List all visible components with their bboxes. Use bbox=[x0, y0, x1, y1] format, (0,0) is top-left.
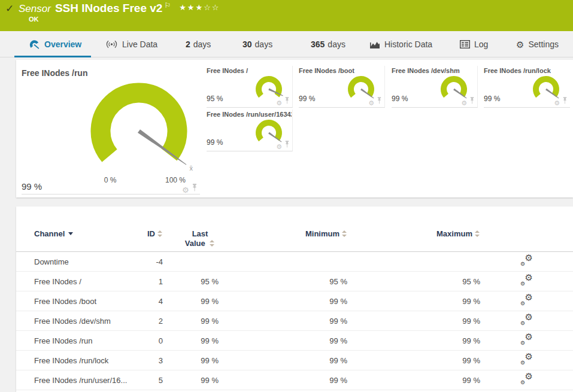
tab-live-data[interactable]: Live Data bbox=[105, 31, 157, 57]
channel-name-cell: Free INodes / bbox=[16, 277, 142, 286]
channel-row[interactable]: Free INodes /dev/shm299 %99 %99 %⚙⚙ bbox=[16, 311, 573, 331]
primary-gauge[interactable]: x̄ bbox=[82, 74, 202, 176]
channel-settings-gears-icon[interactable]: ⚙⚙ bbox=[520, 255, 533, 266]
channel-gauge-value: 99 % bbox=[484, 95, 500, 103]
channel-minimum-cell: 99 % bbox=[219, 336, 347, 345]
channel-gauge-value: 99 % bbox=[207, 138, 223, 147]
channel-maximum-cell: 99 % bbox=[347, 297, 480, 306]
table-header-row: Channel ID Last Value Minimum Maximum bbox=[16, 206, 573, 252]
channel-gauge-title: Free INodes /run/lock bbox=[484, 67, 569, 74]
channel-row[interactable]: Free INodes /run099 %99 %99 %⚙⚙ bbox=[16, 331, 573, 351]
column-header-id[interactable]: ID bbox=[142, 229, 163, 251]
priority-stars[interactable]: ★★★☆☆ bbox=[179, 3, 220, 12]
tab-bar: OverviewLive Data2days30days365daysHisto… bbox=[0, 31, 573, 57]
channel-gauge-title: Free INodes /boot bbox=[299, 67, 384, 74]
tab-range-number: 2 bbox=[186, 39, 190, 49]
gauge-settings-gear-icon[interactable]: ⚙ bbox=[182, 186, 189, 194]
tab-30-days[interactable]: 30days bbox=[242, 31, 272, 57]
channel-row[interactable]: Downtime-4⚙⚙ bbox=[16, 252, 573, 272]
channel-settings-gears-icon[interactable]: ⚙⚙ bbox=[520, 354, 533, 365]
channel-gauge-tile[interactable]: Free INodes /run/user/16342...99 %⚙ bbox=[207, 110, 293, 151]
channel-settings-gears-icon[interactable]: ⚙⚙ bbox=[520, 275, 533, 286]
channel-maximum-cell: 95 % bbox=[347, 277, 480, 286]
tab-label: Live Data bbox=[122, 39, 157, 49]
tab-historic-data[interactable]: Historic Data bbox=[369, 31, 432, 57]
channel-row[interactable]: Free INodes /195 %95 %95 %⚙⚙ bbox=[16, 272, 573, 291]
gauge-settings-gear-icon[interactable]: ⚙ bbox=[368, 100, 374, 107]
pin-icon[interactable] bbox=[377, 96, 382, 107]
channel-name-cell: Free INodes /run/user/16... bbox=[16, 376, 142, 385]
gauge-scale-min: 0 % bbox=[97, 176, 123, 184]
channel-id-cell: -4 bbox=[142, 257, 163, 266]
channel-row[interactable]: Free INodes /boot499 %99 %99 %⚙⚙ bbox=[16, 291, 573, 311]
pin-icon[interactable] bbox=[469, 96, 475, 107]
gauges-panel: Free INodes /run x̄ 0 % 100 % 99 % ⚙ Fre… bbox=[16, 60, 573, 197]
channel-last-value-cell: 99 % bbox=[163, 376, 219, 385]
area-chart-icon bbox=[369, 40, 380, 49]
tab-2-days[interactable]: 2days bbox=[186, 31, 211, 57]
channel-id-cell: 1 bbox=[142, 277, 163, 286]
channel-gauge-tile[interactable]: Free INodes /dev/shm99 %⚙ bbox=[392, 66, 478, 108]
log-icon bbox=[460, 40, 470, 48]
channel-gauge-title: Free INodes / bbox=[207, 67, 292, 74]
channel-settings-gears-icon[interactable]: ⚙⚙ bbox=[520, 294, 533, 306]
channel-settings-gears-icon[interactable]: ⚙⚙ bbox=[520, 334, 533, 345]
gauge-settings-gear-icon[interactable]: ⚙ bbox=[461, 100, 467, 107]
column-header-maximum[interactable]: Maximum bbox=[347, 229, 480, 251]
channel-minimum-cell: 99 % bbox=[219, 297, 347, 306]
channel-last-value-cell: 99 % bbox=[163, 336, 219, 345]
channel-settings-gears-icon[interactable]: ⚙⚙ bbox=[520, 314, 533, 326]
channel-maximum-cell: 99 % bbox=[347, 317, 480, 326]
channel-minimum-cell: 99 % bbox=[219, 356, 347, 365]
column-header-channel[interactable]: Channel bbox=[16, 229, 142, 251]
pin-icon[interactable] bbox=[562, 96, 568, 107]
channel-row[interactable]: Free INodes /run/lock399 %99 %99 %⚙⚙ bbox=[16, 351, 573, 370]
tab-365-days[interactable]: 365days bbox=[311, 31, 345, 57]
primary-gauge-title: Free INodes /run bbox=[22, 68, 87, 78]
pin-icon[interactable] bbox=[284, 96, 290, 107]
channel-name-cell: Free INodes /dev/shm bbox=[16, 317, 142, 326]
tab-range-number: 30 bbox=[242, 39, 252, 49]
gauge-settings-gear-icon[interactable]: ⚙ bbox=[276, 100, 282, 107]
tab-label: Settings bbox=[528, 39, 559, 49]
tab-label: Overview bbox=[44, 39, 81, 49]
channel-name-cell: Free INodes /run bbox=[16, 336, 142, 345]
tab-log[interactable]: Log bbox=[460, 31, 488, 57]
channel-gauge-tile[interactable]: Free INodes /run/lock99 %⚙ bbox=[484, 66, 570, 108]
column-header-minimum[interactable]: Minimum bbox=[219, 229, 347, 251]
priority-flag-icon[interactable]: ⚐ bbox=[164, 1, 171, 10]
channel-maximum-cell: 99 % bbox=[347, 356, 480, 365]
tab-label: Log bbox=[474, 39, 488, 49]
sensor-title: SSH INodes Free v2 bbox=[55, 2, 163, 14]
gear-icon: ⚙ bbox=[516, 40, 524, 49]
sort-arrows-icon bbox=[475, 230, 480, 237]
primary-gauge-value: 99 % bbox=[22, 181, 42, 192]
channel-name-cell: Free INodes /run/lock bbox=[16, 356, 142, 365]
tab-settings[interactable]: ⚙Settings bbox=[516, 31, 559, 57]
channel-id-cell: 3 bbox=[142, 356, 163, 365]
channel-gauge-value: 95 % bbox=[207, 95, 223, 103]
channel-minimum-cell: 99 % bbox=[219, 376, 347, 385]
channel-settings-gears-icon[interactable]: ⚙⚙ bbox=[520, 373, 533, 385]
channel-minimum-cell: 95 % bbox=[219, 277, 347, 286]
channel-id-cell: 5 bbox=[142, 376, 163, 385]
tab-overview[interactable]: Overview bbox=[29, 31, 81, 57]
channel-gauge-tile[interactable]: Free INodes /95 %⚙ bbox=[207, 66, 293, 108]
channel-gauge-tile[interactable]: Free INodes /boot99 %⚙ bbox=[299, 66, 385, 108]
prtg-sensor-overview-page: ✓ SensorSSH INodes Free v2⚐★★★☆☆ OK Over… bbox=[0, 0, 573, 392]
gauge-settings-gear-icon[interactable]: ⚙ bbox=[554, 100, 560, 107]
channel-minimum-cell: 99 % bbox=[219, 317, 347, 326]
average-marker: x̄ bbox=[189, 165, 193, 172]
tab-label: Historic Data bbox=[384, 39, 432, 49]
channel-id-cell: 0 bbox=[142, 336, 163, 345]
channel-last-value-cell: 99 % bbox=[163, 317, 219, 326]
gauge-arc bbox=[101, 93, 177, 156]
gauge-settings-gear-icon[interactable]: ⚙ bbox=[276, 144, 282, 150]
channel-row[interactable]: Free INodes /run/user/16...599 %99 %99 %… bbox=[16, 370, 573, 390]
channel-maximum-cell: 99 % bbox=[347, 336, 480, 345]
sensor-kind-label: Sensor bbox=[19, 3, 51, 14]
pin-icon[interactable] bbox=[284, 139, 290, 150]
channel-id-cell: 2 bbox=[142, 317, 163, 326]
pin-icon[interactable] bbox=[192, 183, 198, 194]
column-header-last-value[interactable]: Last Value bbox=[163, 229, 219, 251]
